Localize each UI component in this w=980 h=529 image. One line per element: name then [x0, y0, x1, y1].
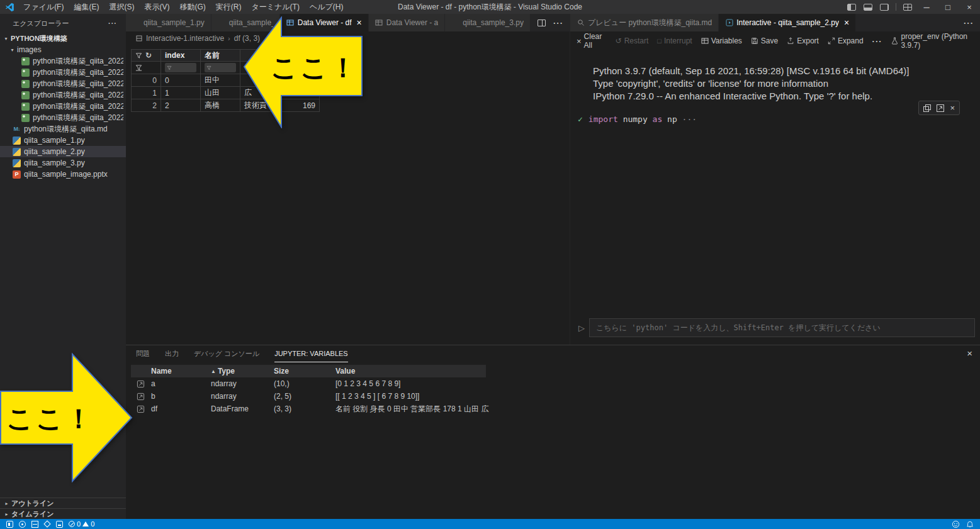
tab-qiita-sample-3[interactable]: qiita_sample_3.py [445, 14, 531, 31]
status-icon-2[interactable] [19, 521, 26, 528]
expand-button[interactable]: Expand [828, 36, 864, 45]
status-icon-4[interactable] [43, 520, 50, 527]
variable-row-df[interactable]: df DataFrame (3, 3) 名前 役割 身長 0 田中 営業部長 1… [131, 403, 488, 415]
open-in-data-viewer-icon[interactable] [131, 405, 150, 413]
outline-section[interactable]: ▸ アウトライン [0, 498, 126, 508]
copy-to-editor-icon[interactable] [937, 104, 944, 112]
image-file-icon [21, 91, 30, 99]
divider [896, 3, 896, 11]
header-value[interactable]: Value [334, 367, 355, 376]
status-icon-3[interactable] [31, 521, 38, 528]
tree-item-image-4[interactable]: python環境構築_qiita_2022-0... [0, 89, 126, 101]
menu-view[interactable]: 表示(V) [139, 0, 174, 14]
tab-debug-console[interactable]: デバッグ コンソール [194, 345, 259, 362]
problems-indicator[interactable]: 0 0 [69, 520, 94, 528]
split-editor-icon[interactable] [538, 19, 546, 26]
menu-edit[interactable]: 編集(E) [69, 0, 104, 14]
minimize-button[interactable]: ─ [916, 0, 937, 14]
tab-qiita-sample-1[interactable]: qiita_sample_1.py [126, 14, 211, 31]
menu-help[interactable]: ヘルプ(H) [305, 0, 349, 14]
close-tab-icon[interactable]: × [844, 18, 849, 27]
timeline-section[interactable]: ▸ タイムライン [0, 508, 126, 519]
interrupt-button[interactable]: □ Interrupt [657, 36, 692, 45]
annotation-label-top: ここ！ [267, 50, 363, 86]
open-in-data-viewer-icon[interactable] [131, 393, 150, 401]
tree-item-qiita-sample-1[interactable]: qiita_sample_1.py [0, 135, 126, 146]
status-icon-1[interactable] [6, 521, 13, 528]
tab-jupyter-variables[interactable]: JUPYTER: VARIABLES [274, 345, 348, 362]
tab-data-viewer-a[interactable]: Data Viewer - a [369, 14, 445, 31]
toggle-sidebar-icon[interactable] [847, 4, 856, 11]
column-header-name[interactable]: 名前 [201, 49, 240, 62]
tree-item-pptx[interactable]: P qiita_sample_image.pptx [0, 169, 126, 180]
cell-name[interactable]: 山田 [201, 87, 240, 99]
tab-output[interactable]: 出力 [165, 345, 179, 362]
explorer-more-icon[interactable]: ··· [108, 19, 117, 27]
cell-index[interactable]: 1 [161, 87, 201, 99]
tree-item-qiita-sample-3[interactable]: qiita_sample_3.py [0, 157, 126, 169]
close-window-button[interactable]: × [959, 0, 980, 14]
maximize-button[interactable]: □ [937, 0, 959, 14]
variable-row-a[interactable]: a ndarray (10,) [0 1 2 3 4 5 6 7 8 9] [131, 377, 488, 390]
refresh-icon[interactable]: ↻ [145, 52, 152, 59]
interactive-code-input[interactable] [589, 318, 975, 337]
tab-markdown-preview[interactable]: プレビュー python環境構築_qiita.md [570, 14, 719, 31]
cell-index[interactable]: 2 [161, 99, 201, 112]
save-button[interactable]: Save [751, 36, 778, 45]
delete-cell-icon[interactable]: × [950, 104, 955, 112]
filter-icon[interactable] [135, 52, 142, 59]
code-cell[interactable]: ✓ import numpy as np ··· [578, 114, 697, 124]
file-label: python環境構築_qiita_2022-0... [33, 90, 123, 101]
tree-item-markdown[interactable]: M↓ python環境構築_qiita.md [0, 123, 126, 135]
tree-item-image-2[interactable]: python環境構築_qiita_2022-0... [0, 67, 126, 78]
customize-layout-icon[interactable] [903, 4, 912, 11]
tab-interactive-window[interactable]: Interactive - qiita_sample_2.py × [719, 14, 856, 31]
run-icon[interactable]: ▷ [574, 323, 589, 333]
feedback-icon[interactable] [952, 520, 960, 528]
interactive-toolbar: × Clear All ↺ Restart □ Interrupt Variab… [570, 33, 980, 48]
status-icon-5[interactable] [56, 521, 63, 528]
filter-input-index[interactable] [165, 63, 196, 72]
breadcrumb-item[interactable]: Interactive-1.interactive [146, 34, 224, 43]
filter-input-name[interactable] [205, 63, 236, 72]
menu-go[interactable]: 移動(G) [174, 0, 210, 14]
more-actions-icon[interactable]: ··· [872, 36, 882, 46]
restart-button[interactable]: ↺ Restart [616, 36, 649, 45]
clear-filter-icon[interactable] [135, 64, 142, 71]
open-in-data-viewer-icon[interactable] [131, 380, 150, 388]
tree-item-image-5[interactable]: python環境構築_qiita_2022-0... [0, 101, 126, 112]
tree-item-image-3[interactable]: python環境構築_qiita_2022-0... [0, 78, 126, 89]
header-type[interactable]: ▲ Type [210, 367, 273, 376]
more-actions-icon[interactable]: ··· [964, 18, 974, 28]
bell-icon[interactable] [966, 520, 974, 528]
variable-row-b[interactable]: b ndarray (2, 5) [[ 1 2 3 4 5 ] [ 6 7 8 … [131, 390, 488, 403]
cell-name[interactable]: 田中 [201, 74, 240, 87]
close-panel-icon[interactable]: × [967, 348, 972, 358]
toggle-panel-icon[interactable] [864, 4, 872, 11]
column-header-index[interactable]: index [161, 49, 201, 62]
cell-name[interactable]: 高橋 [201, 99, 240, 112]
clear-all-button[interactable]: × Clear All [577, 32, 607, 50]
tree-folder-images[interactable]: ▾ images [0, 44, 126, 55]
menu-file[interactable]: ファイル(F) [18, 0, 69, 14]
export-button[interactable]: Export [787, 36, 819, 45]
menu-selection[interactable]: 選択(S) [104, 0, 139, 14]
menu-run[interactable]: 実行(R) [211, 0, 247, 14]
menu-terminal[interactable]: ターミナル(T) [246, 0, 304, 14]
tab-problems[interactable]: 問題 [136, 345, 150, 362]
more-actions-icon[interactable]: ··· [553, 18, 563, 28]
toggle-secondary-sidebar-icon[interactable] [880, 4, 889, 11]
error-icon [69, 521, 75, 527]
header-size[interactable]: Size [273, 367, 334, 376]
titlebar-controls: ─ □ × [843, 0, 980, 14]
header-name[interactable]: Name [150, 367, 210, 376]
kernel-picker[interactable]: proper_env (Python 3.9.7) [891, 32, 974, 50]
cell-index[interactable]: 0 [161, 74, 201, 87]
copy-icon[interactable] [923, 104, 931, 112]
tree-item-image-6[interactable]: python環境構築_qiita_2022-0... [0, 112, 126, 123]
clear-filters-cell [131, 62, 161, 74]
variables-button[interactable]: Variables [701, 36, 742, 45]
tree-item-image-1[interactable]: python環境構築_qiita_2022-0... [0, 55, 126, 67]
tree-item-qiita-sample-2[interactable]: qiita_sample_2.py [0, 146, 126, 157]
tree-root-folder[interactable]: ▾ PYTHON環境構築 [0, 33, 126, 44]
